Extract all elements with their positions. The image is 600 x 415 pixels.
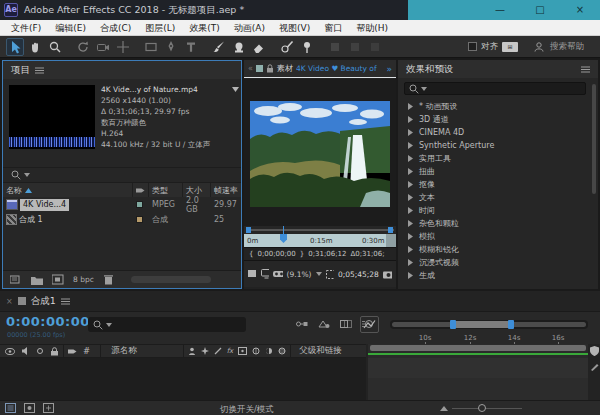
axis-mode-icon-3[interactable]: [366, 38, 384, 56]
expand-triangle-icon[interactable]: [408, 129, 413, 136]
frame-blending-icon[interactable]: [340, 319, 352, 329]
menu-item[interactable]: 帮助(H): [349, 20, 395, 36]
effects-category-row[interactable]: 3D 通道: [398, 113, 590, 126]
menu-item[interactable]: 编辑(E): [48, 20, 93, 36]
effects-category-row[interactable]: 扭曲: [398, 165, 590, 178]
close-button[interactable]: ×: [560, 0, 600, 20]
lock-icon[interactable]: [266, 64, 274, 73]
timeline-tab[interactable]: × 合成1: [0, 291, 600, 312]
zoom-level[interactable]: (9.1%): [287, 270, 312, 279]
effects-category-row[interactable]: 杂色和颗粒: [398, 217, 590, 230]
project-row-footage[interactable]: 4K Vide...4 MPEG 2.0 GB 29.97: [3, 197, 241, 212]
horizontal-scrollbar[interactable]: [131, 276, 211, 283]
new-folder-icon[interactable]: [31, 275, 43, 285]
work-area-bar[interactable]: [370, 345, 586, 351]
effects-switch-icon[interactable]: fx: [227, 347, 234, 355]
project-search-field[interactable]: [3, 167, 241, 183]
vr-goggles-icon[interactable]: [273, 270, 282, 278]
menu-item[interactable]: 图层(L): [138, 20, 182, 36]
effects-tab[interactable]: 效果和预设: [398, 60, 598, 78]
navigator-handle-left[interactable]: [246, 227, 251, 233]
pan-behind-tool-icon[interactable]: [114, 38, 132, 56]
timeline-track-area[interactable]: [368, 358, 588, 400]
chevron-left-icon[interactable]: «: [248, 64, 253, 73]
audio-icon[interactable]: [22, 347, 30, 355]
type-tool-icon[interactable]: [182, 38, 200, 56]
snap-options-icon[interactable]: ⊞: [502, 42, 518, 52]
dropdown-icon[interactable]: [232, 87, 239, 92]
label-swatch[interactable]: [136, 216, 143, 223]
expand-triangle-icon[interactable]: [408, 142, 413, 149]
panel-menu-icon[interactable]: [581, 66, 590, 73]
axis-mode-icon-2[interactable]: [346, 38, 364, 56]
effects-category-row[interactable]: 模糊和锐化: [398, 243, 590, 256]
expand-triangle-icon[interactable]: [408, 194, 413, 201]
region-of-interest-icon[interactable]: [326, 270, 334, 279]
vertical-scrollbar[interactable]: [592, 84, 596, 194]
expand-transfer-controls-icon[interactable]: [24, 403, 35, 413]
out-time[interactable]: 0;31;06;12: [308, 250, 346, 258]
zoom-caret-icon[interactable]: [316, 272, 322, 276]
panel-menu-icon[interactable]: [35, 67, 44, 74]
expand-triangle-icon[interactable]: [408, 233, 413, 240]
pen-tool-icon[interactable]: [162, 38, 180, 56]
tag-icon[interactable]: [68, 348, 77, 355]
zoom-out-mountain-icon[interactable]: [440, 406, 448, 411]
expand-triangle-icon[interactable]: [408, 155, 413, 162]
timeline-search-field[interactable]: [88, 317, 246, 332]
selection-tool-icon[interactable]: [6, 38, 24, 56]
quality-icon[interactable]: [214, 347, 222, 355]
effects-category-row[interactable]: 文本: [398, 191, 590, 204]
effects-category-row[interactable]: 模拟: [398, 230, 590, 243]
parent-link-column-label[interactable]: 父级和链接: [295, 345, 346, 357]
graph-editor-button[interactable]: [360, 316, 379, 333]
expand-triangle-icon[interactable]: [408, 220, 413, 227]
clone-stamp-tool-icon[interactable]: [230, 38, 248, 56]
column-name[interactable]: 名称: [3, 183, 133, 197]
expand-triangle-icon[interactable]: [408, 246, 413, 253]
snap-checkbox[interactable]: [468, 42, 477, 51]
column-type[interactable]: 类型: [149, 183, 183, 197]
expand-triangle-icon[interactable]: [408, 272, 413, 279]
out-brace[interactable]: }: [300, 250, 304, 258]
expand-triangle-icon[interactable]: [408, 181, 413, 188]
expand-layer-switches-icon[interactable]: [5, 403, 16, 413]
snapshot-camera-icon[interactable]: [383, 270, 392, 279]
navigator-handle-left[interactable]: [450, 320, 456, 329]
rotate-tool-icon[interactable]: [74, 38, 92, 56]
collapse-transformations-icon[interactable]: [201, 347, 209, 355]
camera-tool-icon[interactable]: [94, 38, 112, 56]
minimize-button[interactable]: —: [480, 0, 520, 20]
timeline-zoom-slider[interactable]: [440, 406, 522, 411]
tab-close-icon[interactable]: ×: [6, 297, 13, 306]
effects-category-row[interactable]: 抠像: [398, 178, 590, 191]
shy-icon[interactable]: [188, 347, 196, 355]
eye-icon[interactable]: [5, 348, 15, 355]
project-tab[interactable]: 项目: [3, 61, 241, 79]
effects-category-row[interactable]: CINEMA 4D: [398, 126, 590, 139]
in-brace[interactable]: {: [249, 250, 253, 258]
motion-blur-switch-icon[interactable]: [252, 347, 260, 355]
label-swatch[interactable]: [136, 201, 143, 208]
comp-marker-icon[interactable]: [590, 346, 599, 356]
timeline-navigator[interactable]: [390, 320, 588, 329]
source-name-column-label[interactable]: 源名称: [105, 345, 143, 357]
footage-thumbnail[interactable]: [9, 85, 95, 149]
effects-category-row[interactable]: * 动画预设: [398, 100, 590, 113]
effects-category-row[interactable]: 沉浸式视频: [398, 256, 590, 269]
lock-icon[interactable]: [50, 347, 59, 356]
zoom-tool-icon[interactable]: [46, 38, 64, 56]
expand-triangle-icon[interactable]: [408, 103, 413, 110]
shape-tool-icon[interactable]: [142, 38, 160, 56]
search-help-icon[interactable]: [534, 41, 545, 52]
menu-item[interactable]: 动画(A): [227, 20, 272, 36]
effects-category-row[interactable]: 实用工具: [398, 152, 590, 165]
pen-edit-icon[interactable]: [590, 362, 599, 371]
panel-menu-icon[interactable]: [61, 298, 70, 305]
trash-icon[interactable]: [103, 274, 114, 285]
search-help-placeholder[interactable]: 搜索帮助: [550, 41, 584, 53]
frame-blend-icon[interactable]: [238, 347, 247, 355]
ripple-insert-icon[interactable]: [248, 269, 257, 279]
menu-item[interactable]: 文件(F): [4, 20, 48, 36]
current-time[interactable]: 0;05;45;28: [338, 270, 379, 279]
